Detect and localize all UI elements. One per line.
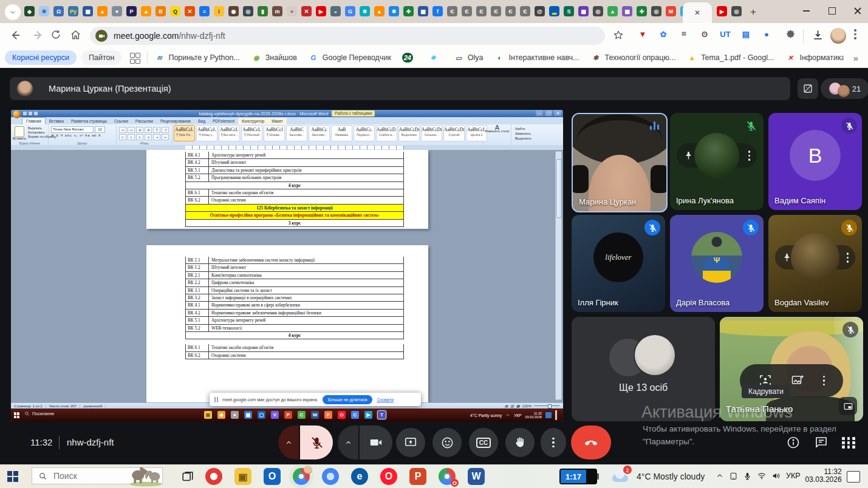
window-maximize-button[interactable] xyxy=(820,0,844,22)
pin-icon[interactable] xyxy=(683,151,694,161)
bookmark-item[interactable]: 24 xyxy=(402,53,417,63)
meeting-details-button[interactable] xyxy=(786,435,801,452)
pinned-tab[interactable]: S xyxy=(564,6,574,16)
bookmark-chip-resources[interactable]: Корисні ресурси xyxy=(5,50,77,65)
chat-button[interactable] xyxy=(814,435,829,452)
taskbar-app-icon[interactable]: ▣ xyxy=(234,468,251,485)
notification-center-icon[interactable] xyxy=(847,471,860,483)
extension-icon[interactable]: UT xyxy=(719,28,731,40)
extensions-puzzle-icon[interactable] xyxy=(785,29,796,43)
pinned-tab[interactable]: M xyxy=(666,6,676,16)
pinned-tab[interactable]: @ xyxy=(535,6,545,16)
pinned-tab[interactable]: Є xyxy=(476,6,487,16)
participant-tile-illia[interactable]: lifelover Ілля Гірник xyxy=(572,215,665,312)
pinned-tab[interactable]: ▦ xyxy=(622,6,632,16)
back-button[interactable] xyxy=(9,29,22,44)
bookmark-item[interactable]: G Google Переводчик xyxy=(308,53,391,63)
pinned-tab[interactable]: ✱ xyxy=(39,6,49,16)
hide-notification-link[interactable]: Сховати xyxy=(377,397,394,402)
taskbar-app-icon[interactable] xyxy=(205,468,222,485)
participant-tile-marina[interactable]: Марина Цуркан xyxy=(572,113,668,212)
participant-tile-bogdan[interactable]: Bogdan Vasilev xyxy=(768,215,862,312)
pinned-tab[interactable]: ≡ xyxy=(199,6,210,16)
pinned-tab[interactable]: ✚ xyxy=(637,6,647,16)
taskbar-app-icon[interactable]: e xyxy=(351,468,368,485)
tab-close-icon[interactable]: ✕ xyxy=(694,8,700,17)
tray-chevron-icon[interactable] xyxy=(716,472,724,480)
pinned-tab[interactable]: ◉ xyxy=(228,6,239,16)
reload-button[interactable] xyxy=(50,29,62,43)
volume-icon[interactable] xyxy=(771,471,781,481)
tab-search-button[interactable] xyxy=(5,4,21,20)
participant-tile-tatiana[interactable]: Кадрувати Татьяна Панько xyxy=(720,317,863,421)
bookmark-item[interactable]: ▭ Olya xyxy=(453,53,484,63)
activities-button[interactable] xyxy=(842,437,856,449)
pinned-tab[interactable]: ❄ xyxy=(360,6,370,16)
more-options-button[interactable] xyxy=(541,428,566,457)
pinned-tab[interactable]: ✕ xyxy=(301,6,312,16)
forward-button[interactable] xyxy=(32,29,45,44)
taskbar-app-icon[interactable]: O xyxy=(380,468,397,485)
active-tab[interactable]: ✕ xyxy=(683,2,712,23)
change-layout-button[interactable] xyxy=(798,78,818,99)
pinned-tab[interactable]: ● xyxy=(287,6,297,16)
pinned-tab[interactable]: G xyxy=(345,6,355,16)
bookmark-item[interactable]: ≋ Пориньте у Python... xyxy=(154,53,239,63)
taskbar-app-icon[interactable] xyxy=(439,468,456,485)
bookmarks-overflow-chevron[interactable]: » xyxy=(853,53,858,63)
stop-sharing-button[interactable]: Більше не ділитися xyxy=(323,395,373,404)
window-close-button[interactable] xyxy=(846,0,868,22)
pinned-tab[interactable]: ❄ xyxy=(389,6,399,16)
bookmark-chip-python[interactable]: Пайтон xyxy=(81,50,121,65)
apps-grid-icon[interactable] xyxy=(130,53,140,63)
mic-toggle-button[interactable] xyxy=(300,425,333,459)
raise-hand-button[interactable] xyxy=(505,428,535,457)
pinned-tab[interactable]: ▲ xyxy=(374,6,384,16)
taskbar-app-icon[interactable]: W xyxy=(468,468,485,485)
weather-label[interactable]: 4°C Mostly cloudy xyxy=(637,472,705,481)
address-bar[interactable]: meet.google.com/nhw-dzfj-nft xyxy=(90,27,605,45)
tray-mic-icon[interactable] xyxy=(743,472,752,481)
home-button[interactable] xyxy=(69,29,82,44)
pinned-tab[interactable]: B xyxy=(155,6,166,16)
bookmark-item[interactable]: ✕ Інформатика в при... xyxy=(785,53,843,63)
timer-widget[interactable]: 1:17 xyxy=(559,469,597,484)
taskbar-app-icon[interactable]: O xyxy=(264,468,281,485)
pinned-tab[interactable]: ◒ xyxy=(330,6,341,16)
taskbar-app-icon[interactable]: P xyxy=(409,468,426,485)
extension-icon[interactable]: ▼ xyxy=(637,28,649,40)
tile-more-options-icon[interactable] xyxy=(823,376,825,386)
bookmark-item[interactable]: ▲ Tema_1.pdf - Googl... xyxy=(686,53,774,63)
pinned-tab[interactable]: Q xyxy=(170,6,180,16)
participant-tile-irina[interactable]: Ірина Лук'янова xyxy=(670,113,764,210)
window-minimize-button[interactable] xyxy=(794,0,818,22)
pinned-tab[interactable]: ▦ xyxy=(578,6,589,16)
taskbar-app-icon[interactable] xyxy=(293,468,310,485)
tab-other[interactable]: ◎ xyxy=(731,6,742,16)
pinned-tab[interactable]: ▲ xyxy=(607,6,618,16)
pinned-tab[interactable]: ◎ xyxy=(243,6,253,16)
end-call-button[interactable] xyxy=(571,425,611,459)
pinned-tab[interactable]: ◆ xyxy=(24,6,35,16)
new-tab-button[interactable]: + xyxy=(746,5,760,19)
tile-more-options-icon[interactable] xyxy=(748,151,751,161)
participants-count-pill[interactable]: 21 xyxy=(821,78,868,99)
pinned-tab[interactable]: ▦ xyxy=(418,6,428,16)
bookmark-item[interactable]: ✳ xyxy=(428,53,442,63)
taskbar-app-icon[interactable] xyxy=(322,468,339,485)
browser-menu-icon[interactable] xyxy=(854,29,856,39)
pinned-tab[interactable]: Є xyxy=(491,6,501,16)
pinned-tab[interactable]: ✕ xyxy=(185,6,195,16)
extension-icon[interactable]: ʘ xyxy=(699,28,711,40)
more-participants-tile[interactable]: Ще 13 осіб xyxy=(572,317,715,421)
tile-more-options-icon[interactable] xyxy=(847,252,849,263)
bookmark-item[interactable]: ◐ Інтерактивне навч... xyxy=(494,53,579,63)
pinned-tab[interactable]: ▮ xyxy=(258,6,268,16)
pinned-tab[interactable]: Py xyxy=(68,6,78,16)
pinned-tab[interactable]: i xyxy=(214,6,224,16)
extension-icon[interactable]: ▤ xyxy=(740,28,752,40)
pinned-tab[interactable]: Ω xyxy=(53,6,64,16)
pinned-tab[interactable]: P xyxy=(126,6,137,16)
pinned-tab[interactable]: ◎ xyxy=(651,6,661,16)
keyboard-language[interactable]: УКР xyxy=(786,472,801,480)
